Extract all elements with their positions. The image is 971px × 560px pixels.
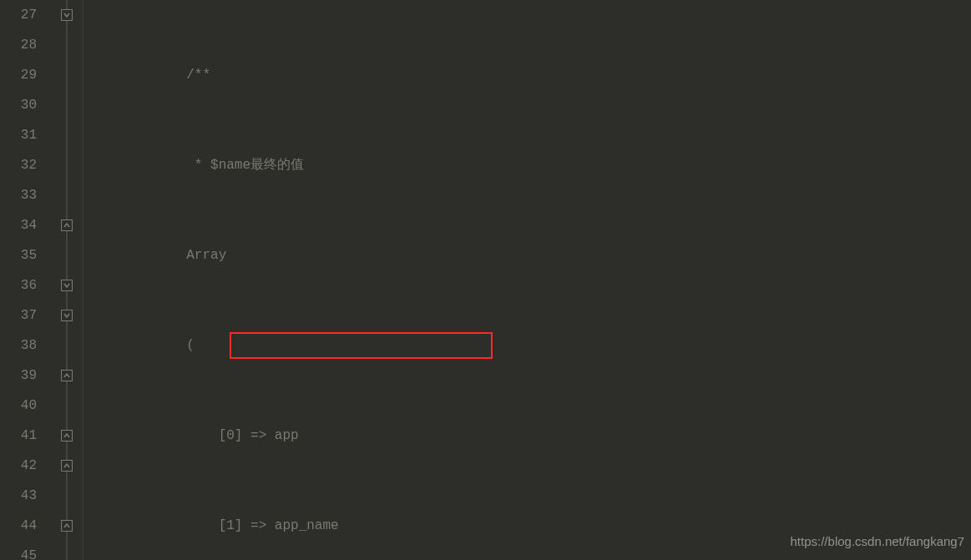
- line-number: 35: [0, 240, 37, 270]
- fold-expand-end-icon[interactable]: [61, 430, 73, 441]
- fold-gutter: [50, 0, 83, 560]
- line-number: 45: [0, 541, 37, 560]
- code-line: Array: [90, 240, 971, 270]
- line-number: 33: [0, 180, 37, 210]
- fold-expand-end-icon[interactable]: [61, 460, 73, 472]
- line-number: 42: [0, 451, 37, 481]
- line-number: 36: [0, 270, 37, 300]
- code-line: (: [90, 330, 971, 361]
- line-number: 27: [0, 0, 37, 30]
- fold-expand-end-icon[interactable]: [61, 520, 73, 532]
- line-number: 37: [0, 300, 37, 330]
- code-line: * $name最终的值: [90, 150, 971, 180]
- line-number: 38: [0, 330, 37, 361]
- code-area[interactable]: /** * $name最终的值 Array ( [0] => app [1] =…: [83, 0, 971, 560]
- line-number: 29: [0, 60, 37, 90]
- line-number: 32: [0, 150, 37, 180]
- code-editor: 27 28 29 30 31 32 33 34 35 36 37 38 39 4…: [0, 0, 971, 560]
- comment-token: $name: [210, 150, 250, 180]
- comment-token: [0] => app: [219, 421, 299, 451]
- comment-token: [1] => app_name: [219, 511, 339, 541]
- watermark-text: https://blog.csdn.net/fangkang7: [791, 527, 964, 557]
- line-number: 39: [0, 361, 37, 391]
- line-number: 28: [0, 30, 37, 60]
- fold-expand-end-icon[interactable]: [61, 370, 73, 381]
- comment-token: 最终的值: [250, 150, 304, 180]
- fold-collapse-icon[interactable]: [61, 280, 73, 291]
- line-number: 43: [0, 481, 37, 511]
- code-line: [0] => app: [90, 421, 971, 451]
- comment-token: (: [186, 330, 195, 361]
- line-number: 41: [0, 421, 37, 451]
- fold-collapse-icon[interactable]: [61, 9, 73, 21]
- line-number-gutter: 27 28 29 30 31 32 33 34 35 36 37 38 39 4…: [0, 0, 50, 560]
- line-number: 30: [0, 90, 37, 120]
- comment-token: Array: [186, 240, 226, 270]
- line-number: 31: [0, 120, 37, 150]
- fold-expand-end-icon[interactable]: [61, 219, 73, 231]
- code-line: /**: [90, 60, 971, 90]
- line-number: 44: [0, 511, 37, 541]
- fold-collapse-icon[interactable]: [61, 310, 73, 321]
- line-number: 34: [0, 210, 37, 240]
- line-number: 40: [0, 391, 37, 421]
- comment-token: /**: [186, 60, 210, 90]
- comment-token: *: [195, 150, 210, 180]
